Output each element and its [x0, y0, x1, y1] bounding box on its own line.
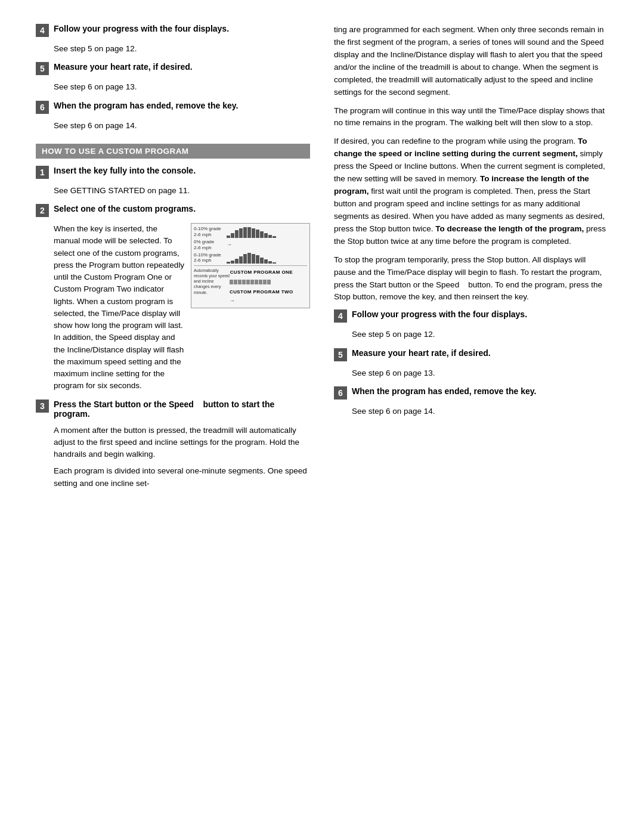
custom-step-3-num: 3 — [36, 400, 49, 413]
custom-step-1: 1 Insert the key fully into the console. — [36, 166, 310, 179]
bar — [268, 261, 272, 264]
step-5-top-body: See step 6 on page 13. — [54, 81, 310, 93]
custom-step-2-title: Select one of the custom programs. — [54, 204, 196, 213]
bottom-steps: 4 Follow your progress with the four dis… — [334, 309, 608, 417]
bar — [227, 262, 230, 264]
custom-step-2: 2 Select one of the custom programs. — [36, 204, 310, 217]
step-6-bottom-body: See step 6 on page 14. — [352, 405, 608, 417]
page: 4 Follow your progress with the four dis… — [0, 0, 644, 833]
right-para-2: The program will continue in this way un… — [334, 105, 608, 130]
step-5-bottom-body: See step 6 on page 13. — [352, 367, 608, 379]
right-para-4: To stop the program temporarily, press t… — [334, 254, 608, 304]
step-4-top-body: See step 5 on page 12. — [54, 43, 310, 55]
bar — [235, 230, 239, 238]
bar — [256, 230, 259, 238]
chart-arrow-label-1: 0% grade2-6 mph — [194, 239, 227, 250]
top-steps: 4 Follow your progress with the four dis… — [36, 24, 310, 132]
custom-step-3-title: Press the Start button or the Speed butt… — [54, 400, 310, 419]
chart-divider-1 — [194, 265, 307, 266]
bar — [250, 280, 254, 284]
right-column: ting are programmed for each segment. Wh… — [328, 24, 608, 809]
step-5-top-num: 5 — [36, 62, 49, 75]
bar — [231, 233, 234, 238]
bar — [267, 280, 271, 284]
custom-step-1-title: Insert the key fully into the console. — [54, 166, 196, 175]
chart-arrow-row-1: 0% grade2-6 mph → — [194, 239, 307, 250]
bar — [255, 280, 258, 284]
bar — [247, 253, 251, 264]
program-chart: 0-10% grade2-6 mph — [191, 223, 310, 308]
step-6-bottom: 6 When the program has ended, remove the… — [334, 386, 608, 400]
bar — [268, 235, 272, 238]
chart-bars-2 — [227, 252, 276, 264]
left-column: 4 Follow your progress with the four dis… — [36, 24, 328, 809]
step-6-top-title: When the program has ended, remove the k… — [54, 101, 238, 110]
chart-program-one-label: CUSTOM PROGRAM ONE — [230, 269, 293, 276]
bar — [264, 259, 268, 264]
bold-change-speed: To change the speed or incline setting d… — [334, 137, 587, 158]
chart-label-1: 0-10% grade2-6 mph — [194, 226, 227, 237]
step-4-bottom-body: See step 5 on page 12. — [352, 329, 608, 340]
bar — [256, 255, 259, 264]
chart-row-1: 0-10% grade2-6 mph — [194, 226, 307, 238]
custom-step-1-num: 1 — [36, 166, 49, 179]
bar — [246, 280, 250, 284]
custom-step-2-num: 2 — [36, 204, 49, 217]
bar — [259, 280, 262, 284]
bold-increase-length: To increase the length of the program, — [334, 174, 589, 196]
custom-step-3-body-p1: A moment after the button is pressed, th… — [54, 425, 310, 461]
bar — [252, 254, 255, 264]
step-5-bottom-title: Measure your heart rate, if desired. — [352, 348, 491, 358]
bar — [227, 236, 230, 238]
bar — [273, 262, 276, 264]
step-6-bottom-title: When the program has ended, remove the k… — [352, 386, 536, 396]
bar — [260, 231, 264, 238]
spacer — [230, 284, 293, 287]
chart-label-2: 0-10% grade2-6 mph — [194, 252, 227, 264]
bar — [264, 233, 268, 238]
chart-arrow-2: → — [230, 297, 274, 305]
bar — [239, 228, 243, 238]
step-5-top: 5 Measure your heart rate, if desired. — [36, 62, 310, 75]
bar — [239, 256, 243, 264]
bar — [243, 227, 247, 238]
custom-step-1-body: See GETTING STARTED on page 11. — [54, 185, 310, 197]
bar — [273, 236, 276, 238]
chart-flat-bars-1 — [230, 277, 293, 284]
chart-arrow-1: → — [227, 241, 264, 249]
right-para-1: ting are programmed for each segment. Wh… — [334, 24, 608, 99]
step-6-top-num: 6 — [36, 101, 49, 114]
chart-auto-area: Automatically records your speed and inc… — [194, 268, 307, 305]
bar — [235, 259, 239, 264]
step-5-bottom: 5 Measure your heart rate, if desired. — [334, 348, 608, 361]
step-6-top-body: See step 6 on page 14. — [54, 120, 310, 132]
step-6-top: 6 When the program has ended, remove the… — [36, 101, 310, 114]
bar — [234, 280, 237, 284]
program-image-wrap: When the key is inserted, the manual mod… — [54, 223, 310, 392]
bar — [238, 280, 242, 284]
custom-step-2-body: When the key is inserted, the manual mod… — [54, 223, 310, 392]
step-5-bottom-num: 5 — [334, 348, 347, 361]
chart-arrow-row-2: → — [230, 297, 293, 305]
step-4-bottom: 4 Follow your progress with the four dis… — [334, 309, 608, 323]
bar — [263, 280, 267, 284]
program-text-left: When the key is inserted, the manual mod… — [54, 223, 185, 392]
chart-bars-1 — [227, 226, 276, 238]
chart-program-two-label: CUSTOM PROGRAM TWO — [230, 289, 293, 296]
bar — [231, 261, 234, 264]
bar — [242, 280, 246, 284]
step-4-top-title: Follow your progress with the four displ… — [54, 24, 229, 33]
right-para-3: If desired, you can redefine to the prog… — [334, 135, 608, 247]
chart-auto-text: Automatically records your speed and inc… — [194, 268, 230, 295]
bar — [243, 254, 247, 264]
bold-decrease-length: To decrease the length of the program, — [435, 224, 584, 233]
step-4-top-num: 4 — [36, 24, 49, 37]
bar — [260, 258, 264, 264]
custom-step-3: 3 Press the Start button or the Speed bu… — [36, 400, 310, 419]
custom-step-3-body-p2: Each program is divided into several one… — [54, 465, 310, 490]
step-4-bottom-title: Follow your progress with the four displ… — [352, 309, 527, 319]
step-6-bottom-num: 6 — [334, 386, 347, 400]
bar — [247, 227, 251, 238]
bar — [230, 280, 233, 284]
step-4-top: 4 Follow your progress with the four dis… — [36, 24, 310, 37]
